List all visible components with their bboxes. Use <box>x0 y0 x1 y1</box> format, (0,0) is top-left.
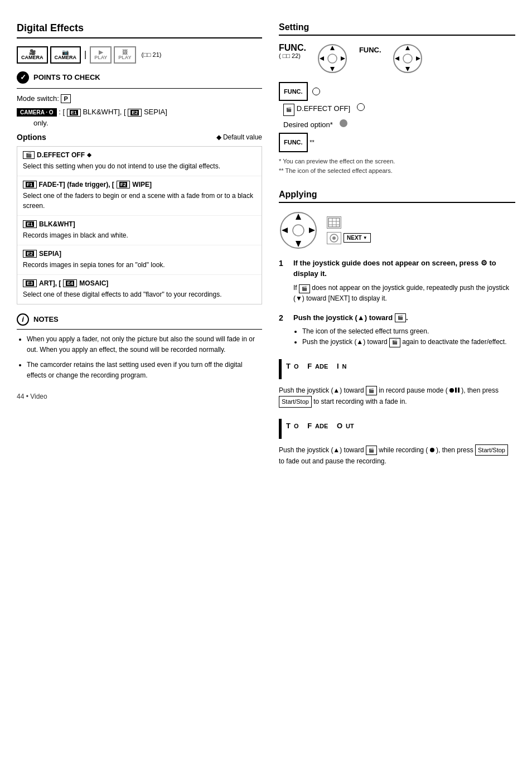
ade-label-2: ADE <box>315 423 328 429</box>
default-diamond: ◆ <box>87 152 91 158</box>
play-movie-icon: ▶ PLAY <box>90 46 112 64</box>
deffect-off-desc: Select this setting when you do not inte… <box>23 161 256 171</box>
left-column: Digital Effects 🎥 CAMERA 📷 CAMERA | ▶ PL… <box>17 22 262 478</box>
art-text: ART], [ <box>39 279 61 287</box>
record-dot-icon-2 <box>430 448 434 452</box>
fade-in-title-row: TO FADE IN <box>279 359 515 379</box>
func-label-right: FUNC. <box>359 46 381 54</box>
func-btn-2[interactable]: FUNC. <box>279 133 308 152</box>
mode-p-box: P <box>61 94 70 103</box>
next-button[interactable]: NEXT ▼ <box>344 233 371 243</box>
deffect-off-text: D.EFFECT OFF <box>37 151 85 159</box>
e3-art-box: E3 <box>23 279 37 287</box>
page-ref-21: (□□ 21) <box>142 51 162 58</box>
applying-step-1: 1 If the joystick guide does not appear … <box>279 258 515 303</box>
record-dot-icon <box>449 388 454 393</box>
option-sepia-label: E2 SEPIA] <box>23 250 256 258</box>
art-mosaic-desc: Select one of these digital effects to a… <box>23 289 256 299</box>
applying-step-2: 2 Push the joystick (▲) toward 🎬. The ic… <box>279 312 515 348</box>
circle-empty-1 <box>312 88 320 95</box>
deffect-step-label: D.EFFECT OFF] <box>297 104 351 113</box>
blkwht-text: BLK&WHT], [ <box>83 108 125 116</box>
joystick-svg-left <box>317 43 348 74</box>
option-deffect-off: 🎬 D.EFFECT OFF ◆ Select this setting whe… <box>17 147 262 176</box>
option-deffect-off-label: 🎬 D.EFFECT OFF ◆ <box>23 151 256 159</box>
step-2-bullet-2: Push the joystick (▲) toward 🎬 again to … <box>302 337 507 347</box>
func-asterisks: ** <box>309 139 315 146</box>
points-to-check-header: ✓ POINTS TO CHECK <box>17 71 262 89</box>
step-2-bullet-1: The icon of the selected effect turns gr… <box>302 326 507 337</box>
ade-label-1: ADE <box>315 363 328 370</box>
in-label: I <box>337 362 339 370</box>
pause-bar-2 <box>458 388 460 393</box>
effect-icon-top <box>327 216 341 229</box>
notes-list: When you apply a fader, not only the pic… <box>17 334 262 381</box>
fade-in-text: Push the joystick (▲) toward 🎬 in record… <box>279 385 515 408</box>
wipe-text: WIPE] <box>132 181 152 188</box>
applying-icons-col: NEXT ▼ <box>327 216 371 244</box>
deffect-icon-box: 🎬 <box>23 151 35 159</box>
circle-filled-1 <box>340 119 347 127</box>
fade-out-section: TO FADE OUT Push the joystick (▲) toward… <box>279 419 515 467</box>
circle-empty-2 <box>357 103 365 111</box>
effect-icon-bottom <box>327 232 341 244</box>
play-photo-icon: 🖼 PLAY <box>114 46 136 64</box>
fade-out-title-row: TO FADE OUT <box>279 419 515 439</box>
options-box: 🎬 D.EFFECT OFF ◆ Select this setting whe… <box>17 146 262 304</box>
svg-point-11 <box>403 54 412 63</box>
step-1-desc: If 🎬 does not appear on the joystick gui… <box>293 283 515 303</box>
option-art-mosaic: E3 ART], [ E4 MOSAIC] Select one of thes… <box>17 275 262 304</box>
mode-icons-row: 🎥 CAMERA 📷 CAMERA | ▶ PLAY 🖼 PLAY (□□ 21… <box>17 46 262 64</box>
applying-steps-list: 1 If the joystick guide does not appear … <box>279 258 515 348</box>
fade-out-bar <box>279 419 282 439</box>
points-check-label: POINTS TO CHECK <box>33 73 100 81</box>
effect-grid-icon <box>328 217 340 228</box>
f1-box: F1 <box>23 181 37 188</box>
e2-sepia-box: E2 <box>23 250 37 258</box>
mode-switch-line: Mode switch: P <box>17 94 262 103</box>
ut-label: UT <box>346 423 354 429</box>
pause-bar-1 <box>455 388 457 393</box>
o-label-2: O <box>294 423 299 429</box>
option-blkwht-label: E1 BLK&WHT] <box>23 220 256 228</box>
camera-photo-icon: 📷 CAMERA <box>50 46 81 64</box>
mode-switch-text: Mode switch: <box>17 94 61 103</box>
effect-icon-ref-1: 🎬 <box>299 284 310 293</box>
fade-in-bar <box>279 359 282 379</box>
restriction-text: : [ <box>59 108 65 116</box>
camera-movie-icon: 🎥 CAMERA <box>17 46 48 64</box>
f2-box: F2 <box>117 181 130 188</box>
start-stop-btn-2[interactable]: Start/Stop <box>475 444 508 456</box>
right-column: Setting FUNC. ( □□ 22) FUNC. <box>279 22 515 478</box>
out-label: O <box>337 422 342 430</box>
record-pause-icon <box>449 388 460 393</box>
default-value-label: ◆ Default value <box>216 133 262 141</box>
e2-box-mode: E2 <box>128 109 142 117</box>
func-btn-1[interactable]: FUNC. <box>279 82 308 101</box>
e1-blkwht-box: E1 <box>23 220 37 228</box>
step-1-content: If the joystick guide does not appear on… <box>293 258 515 303</box>
fade-label-1: F <box>307 362 312 370</box>
setting-note-2: ** The icon of the selected effect appea… <box>279 166 515 176</box>
setting-notes: * You can preview the effect on the scre… <box>279 157 515 176</box>
svg-point-5 <box>328 54 337 63</box>
sepia-text: SEPIA] <box>144 108 167 116</box>
start-stop-btn-1[interactable]: Start/Stop <box>279 396 312 408</box>
step-2-num: 2 <box>279 312 288 348</box>
applying-title: Applying <box>279 190 515 203</box>
option-fade-wipe-label: F1 FADE-T] (fade trigger), [ F2 WIPE] <box>23 181 256 188</box>
o-label-1: O <box>294 363 299 370</box>
note-item-2: The camcorder retains the last setting u… <box>27 360 262 381</box>
func-joystick-row: FUNC. ( □□ 22) FUNC. <box>279 43 515 74</box>
step-1-bold: If the joystick guide does not appear on… <box>293 259 496 278</box>
fade-out-title: TO FADE OUT <box>286 422 354 430</box>
fade-out-text: Push the joystick (▲) toward 🎬 while rec… <box>279 444 515 467</box>
options-header: Options ◆ Default value <box>17 133 262 142</box>
note-item-1: When you apply a fader, not only the pic… <box>27 334 262 355</box>
func-label-block: FUNC. ( □□ 22) <box>279 43 306 59</box>
fade-t-text: FADE-T] (fade trigger), [ <box>39 181 114 188</box>
section-title-left: Digital Effects <box>17 22 262 38</box>
notes-header: i NOTES <box>17 313 262 330</box>
option-sepia: E2 SEPIA] Records images in sepia tones … <box>17 245 262 275</box>
setting-step-deffect: 🎬 D.EFFECT OFF] <box>279 101 515 117</box>
